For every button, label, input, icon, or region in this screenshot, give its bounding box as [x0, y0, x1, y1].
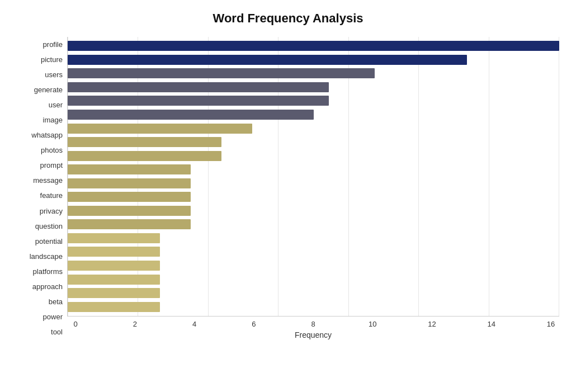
chart-area: profilepictureusersgenerateuserimagewhat… — [17, 37, 559, 339]
y-label: privacy — [40, 204, 63, 218]
y-label: power — [43, 310, 63, 324]
x-tick: 0 — [67, 320, 84, 328]
bar — [68, 68, 375, 78]
y-axis: profilepictureusersgenerateuserimagewhat… — [17, 37, 67, 339]
bar — [68, 41, 559, 51]
bar — [68, 302, 160, 312]
bar — [68, 124, 252, 134]
bar — [68, 206, 191, 216]
bar-row — [68, 245, 559, 258]
y-label: whatsapp — [31, 128, 63, 143]
bar — [68, 110, 314, 120]
x-tick: 2 — [126, 320, 143, 328]
y-label: question — [35, 219, 63, 233]
bar — [68, 233, 160, 243]
x-axis: 0246810121416 — [67, 317, 559, 328]
y-label: picture — [41, 52, 63, 67]
bar — [68, 275, 160, 285]
x-tick: 8 — [305, 320, 322, 328]
bar-row — [68, 218, 559, 230]
bars-inner — [68, 37, 559, 316]
bar — [68, 219, 191, 229]
y-label: generate — [34, 82, 63, 97]
bar-row — [68, 54, 559, 66]
y-label: beta — [49, 295, 63, 309]
bar-row — [68, 232, 559, 244]
y-label: users — [45, 67, 63, 82]
y-label: message — [33, 173, 63, 188]
bar — [68, 247, 160, 257]
bar — [68, 82, 329, 92]
bar — [68, 288, 160, 298]
bar-row — [68, 287, 559, 299]
chart-container: Word Frequency Analysis profilepictureus… — [0, 0, 576, 392]
y-label: tool — [51, 325, 63, 339]
y-label: approach — [32, 280, 63, 294]
y-label: landscape — [30, 249, 63, 263]
bar-row — [68, 122, 559, 135]
bar-row — [68, 150, 559, 162]
bar — [68, 96, 329, 106]
x-tick: 10 — [364, 320, 381, 328]
bar-row — [68, 136, 559, 148]
y-label: user — [49, 97, 63, 112]
bar-row — [68, 108, 559, 121]
chart-title: Word Frequency Analysis — [17, 11, 559, 26]
bar — [68, 164, 191, 174]
y-label: feature — [40, 188, 63, 203]
bar-row — [68, 81, 559, 93]
bar — [68, 151, 221, 161]
bars-area — [67, 37, 559, 317]
bar-row — [68, 273, 559, 286]
x-tick: 14 — [483, 320, 500, 328]
bar-row — [68, 163, 559, 176]
bar-row — [68, 205, 559, 217]
x-tick: 4 — [186, 320, 203, 328]
x-tick: 16 — [542, 320, 559, 328]
x-tick: 6 — [245, 320, 262, 328]
bar-row — [68, 67, 559, 79]
bar-row — [68, 177, 559, 190]
bars-and-x: 0246810121416 Frequency — [67, 37, 559, 339]
bar — [68, 261, 160, 271]
bar-row — [68, 259, 559, 272]
y-label: prompt — [40, 158, 63, 173]
bar-row — [68, 301, 559, 313]
bar-row — [68, 95, 559, 107]
bar — [68, 55, 467, 65]
y-label: profile — [43, 37, 63, 51]
bar — [68, 137, 221, 147]
y-label: potential — [35, 234, 63, 248]
y-label: photos — [41, 143, 63, 158]
bar — [68, 192, 191, 202]
bar-row — [68, 191, 559, 203]
x-tick: 12 — [424, 320, 441, 328]
y-label: platforms — [33, 264, 63, 278]
x-axis-label: Frequency — [67, 330, 559, 339]
y-label: image — [43, 112, 63, 127]
bar-row — [68, 40, 559, 52]
bar — [68, 178, 191, 188]
